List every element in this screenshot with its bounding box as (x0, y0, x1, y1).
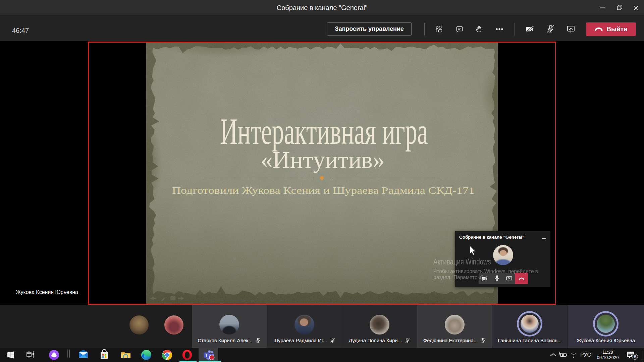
svg-text:«Интуитив»: «Интуитив» (261, 146, 385, 173)
svg-text:T: T (205, 353, 208, 358)
svg-text:Подготовили Жукова Ксения и: Подготовили Жукова Ксения и Шураева Радм… (172, 185, 475, 196)
svg-text:Интерактивная игра: Интерактивная игра (220, 111, 428, 152)
svg-text:6: 6 (634, 354, 636, 359)
